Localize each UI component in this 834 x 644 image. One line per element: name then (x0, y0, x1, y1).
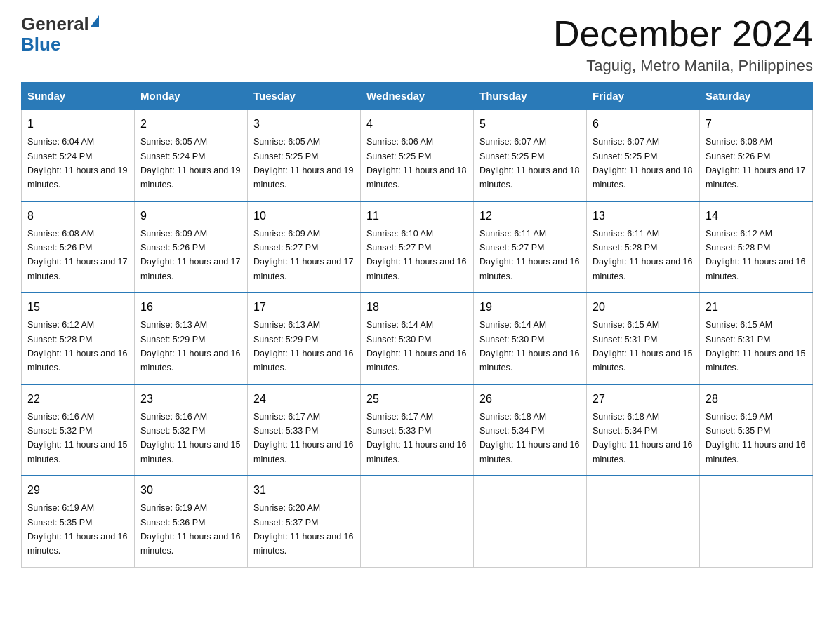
table-row: 14 Sunrise: 6:12 AMSunset: 5:28 PMDaylig… (700, 201, 813, 293)
day-number: 6 (593, 116, 694, 133)
day-number: 19 (479, 299, 581, 316)
table-row: 31 Sunrise: 6:20 AMSunset: 5:37 PMDaylig… (248, 476, 361, 567)
table-row: 13 Sunrise: 6:11 AMSunset: 5:28 PMDaylig… (587, 201, 700, 293)
logo: General Blue (21, 14, 99, 54)
day-info: Sunrise: 6:11 AMSunset: 5:27 PMDaylight:… (479, 229, 579, 281)
table-row: 28 Sunrise: 6:19 AMSunset: 5:35 PMDaylig… (700, 384, 813, 476)
day-number: 5 (479, 116, 581, 133)
day-info: Sunrise: 6:17 AMSunset: 5:33 PMDaylight:… (253, 412, 353, 464)
day-number: 4 (366, 116, 468, 133)
day-number: 27 (593, 391, 694, 408)
calendar-week-1: 1 Sunrise: 6:04 AMSunset: 5:24 PMDayligh… (22, 109, 813, 201)
day-number: 15 (27, 299, 128, 316)
table-row: 12 Sunrise: 6:11 AMSunset: 5:27 PMDaylig… (474, 201, 587, 293)
header-wednesday: Wednesday (361, 83, 474, 110)
day-info: Sunrise: 6:18 AMSunset: 5:34 PMDaylight:… (593, 412, 692, 464)
table-row: 8 Sunrise: 6:08 AMSunset: 5:26 PMDayligh… (22, 201, 135, 293)
day-info: Sunrise: 6:13 AMSunset: 5:29 PMDaylight:… (140, 320, 240, 373)
day-info: Sunrise: 6:16 AMSunset: 5:32 PMDaylight:… (27, 412, 127, 464)
day-number: 18 (366, 299, 468, 316)
table-row: 11 Sunrise: 6:10 AMSunset: 5:27 PMDaylig… (361, 201, 474, 293)
day-number: 17 (253, 299, 355, 316)
day-info: Sunrise: 6:12 AMSunset: 5:28 PMDaylight:… (706, 229, 805, 281)
day-info: Sunrise: 6:12 AMSunset: 5:28 PMDaylight:… (27, 320, 127, 373)
table-row (474, 476, 587, 567)
day-number: 12 (479, 208, 581, 224)
table-row: 25 Sunrise: 6:17 AMSunset: 5:33 PMDaylig… (361, 384, 474, 476)
day-number: 2 (140, 116, 241, 133)
table-row (587, 476, 700, 567)
calendar-title: December 2024 (553, 14, 813, 54)
table-row: 16 Sunrise: 6:13 AMSunset: 5:29 PMDaylig… (135, 293, 248, 384)
header-saturday: Saturday (700, 83, 813, 110)
day-number: 24 (253, 391, 355, 408)
day-info: Sunrise: 6:16 AMSunset: 5:32 PMDaylight:… (140, 412, 240, 464)
table-row: 3 Sunrise: 6:05 AMSunset: 5:25 PMDayligh… (248, 109, 361, 201)
day-number: 10 (253, 208, 355, 224)
day-info: Sunrise: 6:07 AMSunset: 5:25 PMDaylight:… (479, 137, 579, 189)
table-row: 6 Sunrise: 6:07 AMSunset: 5:25 PMDayligh… (587, 109, 700, 201)
day-info: Sunrise: 6:14 AMSunset: 5:30 PMDaylight:… (479, 320, 579, 373)
table-row: 1 Sunrise: 6:04 AMSunset: 5:24 PMDayligh… (22, 109, 135, 201)
day-info: Sunrise: 6:15 AMSunset: 5:31 PMDaylight:… (593, 320, 692, 373)
header-friday: Friday (587, 83, 700, 110)
table-row: 29 Sunrise: 6:19 AMSunset: 5:35 PMDaylig… (22, 476, 135, 567)
calendar-subtitle: Taguig, Metro Manila, Philippines (553, 57, 813, 75)
day-info: Sunrise: 6:17 AMSunset: 5:33 PMDaylight:… (366, 412, 466, 464)
day-number: 1 (27, 116, 128, 133)
calendar-week-3: 15 Sunrise: 6:12 AMSunset: 5:28 PMDaylig… (22, 293, 813, 384)
day-info: Sunrise: 6:13 AMSunset: 5:29 PMDaylight:… (253, 320, 353, 373)
table-row: 23 Sunrise: 6:16 AMSunset: 5:32 PMDaylig… (135, 384, 248, 476)
day-number: 11 (366, 208, 468, 224)
table-row: 18 Sunrise: 6:14 AMSunset: 5:30 PMDaylig… (361, 293, 474, 384)
header-monday: Monday (135, 83, 248, 110)
table-row: 27 Sunrise: 6:18 AMSunset: 5:34 PMDaylig… (587, 384, 700, 476)
day-info: Sunrise: 6:10 AMSunset: 5:27 PMDaylight:… (366, 229, 466, 281)
logo-blue-text: Blue (21, 34, 99, 55)
day-info: Sunrise: 6:07 AMSunset: 5:25 PMDaylight:… (593, 137, 692, 189)
table-row: 2 Sunrise: 6:05 AMSunset: 5:24 PMDayligh… (135, 109, 248, 201)
table-row: 26 Sunrise: 6:18 AMSunset: 5:34 PMDaylig… (474, 384, 587, 476)
table-row: 20 Sunrise: 6:15 AMSunset: 5:31 PMDaylig… (587, 293, 700, 384)
table-row (361, 476, 474, 567)
day-number: 13 (593, 208, 694, 224)
day-number: 16 (140, 299, 241, 316)
table-row: 22 Sunrise: 6:16 AMSunset: 5:32 PMDaylig… (22, 384, 135, 476)
day-number: 25 (366, 391, 468, 408)
table-row: 7 Sunrise: 6:08 AMSunset: 5:26 PMDayligh… (700, 109, 813, 201)
day-number: 26 (479, 391, 581, 408)
day-number: 9 (140, 208, 241, 224)
table-row: 15 Sunrise: 6:12 AMSunset: 5:28 PMDaylig… (22, 293, 135, 384)
calendar-header-row: Sunday Monday Tuesday Wednesday Thursday… (22, 83, 813, 110)
table-row: 21 Sunrise: 6:15 AMSunset: 5:31 PMDaylig… (700, 293, 813, 384)
day-number: 29 (27, 482, 128, 499)
day-info: Sunrise: 6:09 AMSunset: 5:26 PMDaylight:… (140, 229, 240, 281)
table-row: 30 Sunrise: 6:19 AMSunset: 5:36 PMDaylig… (135, 476, 248, 567)
day-info: Sunrise: 6:06 AMSunset: 5:25 PMDaylight:… (366, 137, 466, 189)
day-info: Sunrise: 6:08 AMSunset: 5:26 PMDaylight:… (27, 229, 127, 281)
day-info: Sunrise: 6:05 AMSunset: 5:24 PMDaylight:… (140, 137, 240, 189)
day-number: 20 (593, 299, 694, 316)
page-header: General Blue December 2024 Taguig, Metro… (21, 14, 813, 75)
day-info: Sunrise: 6:09 AMSunset: 5:27 PMDaylight:… (253, 229, 353, 281)
table-row: 5 Sunrise: 6:07 AMSunset: 5:25 PMDayligh… (474, 109, 587, 201)
calendar-week-5: 29 Sunrise: 6:19 AMSunset: 5:35 PMDaylig… (22, 476, 813, 567)
day-info: Sunrise: 6:19 AMSunset: 5:35 PMDaylight:… (27, 503, 127, 556)
day-number: 23 (140, 391, 241, 408)
table-row: 10 Sunrise: 6:09 AMSunset: 5:27 PMDaylig… (248, 201, 361, 293)
table-row: 17 Sunrise: 6:13 AMSunset: 5:29 PMDaylig… (248, 293, 361, 384)
day-number: 31 (253, 482, 355, 499)
day-info: Sunrise: 6:11 AMSunset: 5:28 PMDaylight:… (593, 229, 692, 281)
header-sunday: Sunday (22, 83, 135, 110)
table-row: 4 Sunrise: 6:06 AMSunset: 5:25 PMDayligh… (361, 109, 474, 201)
day-number: 14 (706, 208, 807, 224)
calendar-table: Sunday Monday Tuesday Wednesday Thursday… (21, 82, 813, 568)
day-info: Sunrise: 6:19 AMSunset: 5:36 PMDaylight:… (140, 503, 240, 556)
day-info: Sunrise: 6:20 AMSunset: 5:37 PMDaylight:… (253, 503, 353, 556)
day-number: 22 (27, 391, 128, 408)
calendar-week-4: 22 Sunrise: 6:16 AMSunset: 5:32 PMDaylig… (22, 384, 813, 476)
day-info: Sunrise: 6:05 AMSunset: 5:25 PMDaylight:… (253, 137, 353, 189)
title-section: December 2024 Taguig, Metro Manila, Phil… (553, 14, 813, 75)
header-tuesday: Tuesday (248, 83, 361, 110)
day-number: 21 (706, 299, 807, 316)
